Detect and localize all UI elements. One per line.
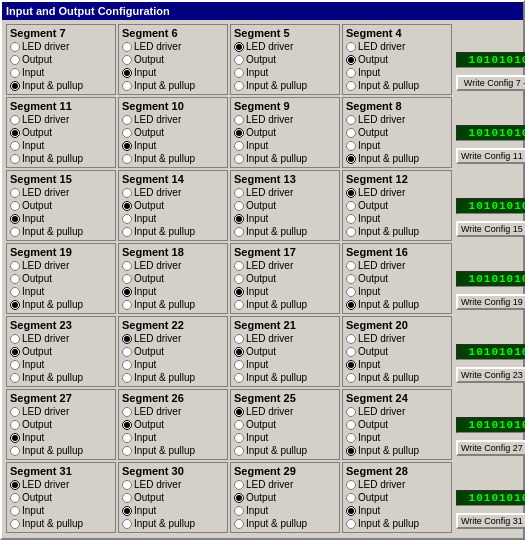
radio-item-seg27-3[interactable]: Input & pullup xyxy=(10,445,112,457)
radio-seg5-2[interactable] xyxy=(234,68,244,78)
radio-item-seg17-3[interactable]: Input & pullup xyxy=(234,299,336,311)
radio-item-seg29-3[interactable]: Input & pullup xyxy=(234,518,336,530)
radio-seg20-0[interactable] xyxy=(346,334,356,344)
radio-seg21-3[interactable] xyxy=(234,373,244,383)
radio-item-seg4-0[interactable]: LED driver xyxy=(346,41,448,53)
write-button-0[interactable]: Write Config 7 - 4, Addrs 09 xyxy=(456,75,525,91)
radio-seg25-0[interactable] xyxy=(234,407,244,417)
radio-seg24-0[interactable] xyxy=(346,407,356,417)
radio-seg31-0[interactable] xyxy=(10,480,20,490)
radio-seg15-3[interactable] xyxy=(10,227,20,237)
write-button-2[interactable]: Write Config 15 - 12, Addrs 0B xyxy=(456,221,525,237)
radio-item-seg15-0[interactable]: LED driver xyxy=(10,187,112,199)
radio-item-seg12-1[interactable]: Output xyxy=(346,200,448,212)
radio-item-seg16-2[interactable]: Input xyxy=(346,286,448,298)
radio-item-seg12-3[interactable]: Input & pullup xyxy=(346,226,448,238)
radio-item-seg17-1[interactable]: Output xyxy=(234,273,336,285)
radio-seg8-1[interactable] xyxy=(346,128,356,138)
radio-item-seg31-1[interactable]: Output xyxy=(10,492,112,504)
radio-seg13-1[interactable] xyxy=(234,201,244,211)
radio-item-seg27-1[interactable]: Output xyxy=(10,419,112,431)
radio-item-seg15-3[interactable]: Input & pullup xyxy=(10,226,112,238)
radio-item-seg30-0[interactable]: LED driver xyxy=(122,479,224,491)
radio-seg19-2[interactable] xyxy=(10,287,20,297)
radio-item-seg20-3[interactable]: Input & pullup xyxy=(346,372,448,384)
radio-item-seg23-3[interactable]: Input & pullup xyxy=(10,372,112,384)
radio-item-seg11-1[interactable]: Output xyxy=(10,127,112,139)
radio-item-seg7-0[interactable]: LED driver xyxy=(10,41,112,53)
radio-item-seg6-3[interactable]: Input & pullup xyxy=(122,80,224,92)
radio-seg5-3[interactable] xyxy=(234,81,244,91)
radio-seg28-2[interactable] xyxy=(346,506,356,516)
radio-item-seg23-2[interactable]: Input xyxy=(10,359,112,371)
radio-item-seg8-2[interactable]: Input xyxy=(346,140,448,152)
radio-seg16-3[interactable] xyxy=(346,300,356,310)
radio-item-seg11-0[interactable]: LED driver xyxy=(10,114,112,126)
radio-seg21-2[interactable] xyxy=(234,360,244,370)
radio-item-seg20-0[interactable]: LED driver xyxy=(346,333,448,345)
radio-item-seg8-1[interactable]: Output xyxy=(346,127,448,139)
radio-seg11-2[interactable] xyxy=(10,141,20,151)
radio-seg12-0[interactable] xyxy=(346,188,356,198)
radio-item-seg16-1[interactable]: Output xyxy=(346,273,448,285)
write-button-3[interactable]: Write Config 19 - 16, Addrs 0C xyxy=(456,294,525,310)
radio-item-seg29-0[interactable]: LED driver xyxy=(234,479,336,491)
radio-item-seg22-0[interactable]: LED driver xyxy=(122,333,224,345)
radio-seg31-2[interactable] xyxy=(10,506,20,516)
radio-item-seg13-3[interactable]: Input & pullup xyxy=(234,226,336,238)
radio-seg14-2[interactable] xyxy=(122,214,132,224)
radio-item-seg24-1[interactable]: Output xyxy=(346,419,448,431)
radio-item-seg29-2[interactable]: Input xyxy=(234,505,336,517)
radio-seg20-2[interactable] xyxy=(346,360,356,370)
radio-seg15-1[interactable] xyxy=(10,201,20,211)
radio-item-seg20-1[interactable]: Output xyxy=(346,346,448,358)
radio-seg31-1[interactable] xyxy=(10,493,20,503)
radio-seg22-3[interactable] xyxy=(122,373,132,383)
radio-seg12-2[interactable] xyxy=(346,214,356,224)
radio-seg27-2[interactable] xyxy=(10,433,20,443)
radio-item-seg5-3[interactable]: Input & pullup xyxy=(234,80,336,92)
radio-seg18-0[interactable] xyxy=(122,261,132,271)
radio-item-seg6-2[interactable]: Input xyxy=(122,67,224,79)
radio-item-seg10-3[interactable]: Input & pullup xyxy=(122,153,224,165)
radio-item-seg28-3[interactable]: Input & pullup xyxy=(346,518,448,530)
radio-seg18-2[interactable] xyxy=(122,287,132,297)
radio-seg21-1[interactable] xyxy=(234,347,244,357)
radio-item-seg26-1[interactable]: Output xyxy=(122,419,224,431)
radio-item-seg5-1[interactable]: Output xyxy=(234,54,336,66)
radio-item-seg26-2[interactable]: Input xyxy=(122,432,224,444)
radio-item-seg20-2[interactable]: Input xyxy=(346,359,448,371)
radio-seg22-2[interactable] xyxy=(122,360,132,370)
radio-item-seg13-0[interactable]: LED driver xyxy=(234,187,336,199)
radio-seg14-1[interactable] xyxy=(122,201,132,211)
radio-item-seg28-2[interactable]: Input xyxy=(346,505,448,517)
radio-seg29-3[interactable] xyxy=(234,519,244,529)
radio-seg14-0[interactable] xyxy=(122,188,132,198)
radio-seg17-3[interactable] xyxy=(234,300,244,310)
radio-item-seg8-0[interactable]: LED driver xyxy=(346,114,448,126)
radio-item-seg7-1[interactable]: Output xyxy=(10,54,112,66)
radio-seg9-0[interactable] xyxy=(234,115,244,125)
radio-seg17-0[interactable] xyxy=(234,261,244,271)
radio-item-seg22-1[interactable]: Output xyxy=(122,346,224,358)
radio-seg26-1[interactable] xyxy=(122,420,132,430)
radio-seg30-0[interactable] xyxy=(122,480,132,490)
radio-item-seg16-0[interactable]: LED driver xyxy=(346,260,448,272)
radio-seg28-3[interactable] xyxy=(346,519,356,529)
radio-item-seg7-2[interactable]: Input xyxy=(10,67,112,79)
radio-item-seg4-3[interactable]: Input & pullup xyxy=(346,80,448,92)
radio-seg31-3[interactable] xyxy=(10,519,20,529)
radio-item-seg15-1[interactable]: Output xyxy=(10,200,112,212)
radio-item-seg19-1[interactable]: Output xyxy=(10,273,112,285)
radio-seg19-1[interactable] xyxy=(10,274,20,284)
radio-item-seg19-0[interactable]: LED driver xyxy=(10,260,112,272)
radio-item-seg13-2[interactable]: Input xyxy=(234,213,336,225)
radio-seg13-0[interactable] xyxy=(234,188,244,198)
radio-seg9-1[interactable] xyxy=(234,128,244,138)
radio-seg7-1[interactable] xyxy=(10,55,20,65)
radio-item-seg29-1[interactable]: Output xyxy=(234,492,336,504)
radio-item-seg8-3[interactable]: Input & pullup xyxy=(346,153,448,165)
radio-seg20-1[interactable] xyxy=(346,347,356,357)
radio-seg17-1[interactable] xyxy=(234,274,244,284)
radio-item-seg4-1[interactable]: Output xyxy=(346,54,448,66)
